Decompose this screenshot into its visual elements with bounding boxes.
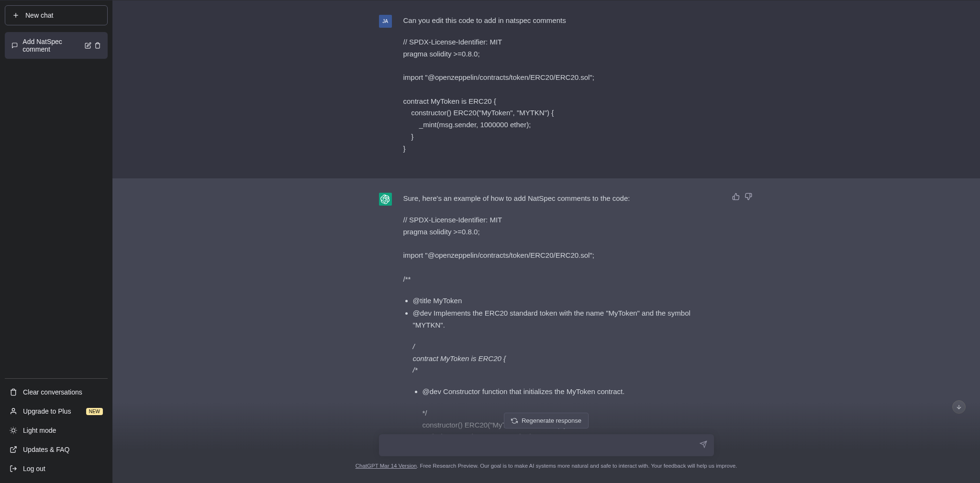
- logout-icon: [10, 465, 17, 472]
- faq-button[interactable]: Updates & FAQ: [5, 440, 108, 459]
- assistant-avatar: [379, 193, 392, 206]
- edit-icon[interactable]: [85, 42, 91, 49]
- regenerate-label: Regenerate response: [522, 417, 581, 424]
- assistant-code-head: // SPDX-License-Identifier: MIT pragma s…: [403, 214, 714, 285]
- conversation-title: Add NatSpec comment: [22, 38, 80, 53]
- upgrade-label: Upgrade to Plus: [23, 407, 71, 415]
- svg-line-7: [15, 432, 16, 433]
- faq-label: Updates & FAQ: [23, 446, 69, 453]
- send-icon: [700, 440, 707, 448]
- sidebar-footer: Clear conversations Upgrade to Plus NEW …: [5, 378, 108, 478]
- user-intro-text: Can you edit this code to add in natspec…: [403, 15, 714, 27]
- new-badge: NEW: [86, 408, 103, 415]
- natspec-inner-list: @dev Constructor function that initializ…: [403, 386, 714, 398]
- user-code-block: // SPDX-License-Identifier: MIT pragma s…: [403, 36, 714, 155]
- prompt-box: [379, 434, 714, 456]
- thumbs-down-icon[interactable]: [745, 193, 752, 200]
- list-item: @dev Implements the ERC20 standard token…: [413, 307, 714, 331]
- trash-icon[interactable]: [94, 42, 101, 49]
- clear-conversations-button[interactable]: Clear conversations: [5, 383, 108, 402]
- version-link[interactable]: ChatGPT Mar 14 Version: [356, 463, 417, 469]
- user-message-content: Can you edit this code to add in natspec…: [403, 15, 714, 164]
- new-chat-label: New chat: [25, 11, 53, 19]
- chat-icon: [11, 42, 18, 49]
- natspec-outer-list: @title MyToken @dev Implements the ERC20…: [403, 295, 714, 331]
- clear-conversations-label: Clear conversations: [23, 388, 82, 396]
- sidebar: New chat Add NatSpec comment Clear conve…: [0, 0, 112, 483]
- user-icon: [10, 407, 17, 415]
- light-mode-label: Light mode: [23, 427, 56, 434]
- user-avatar: JA: [379, 15, 392, 28]
- disclaimer-text: . Free Research Preview. Our goal is to …: [417, 463, 737, 469]
- openai-icon: [380, 195, 390, 204]
- regenerate-button[interactable]: Regenerate response: [504, 413, 589, 428]
- svg-point-3: [12, 429, 15, 432]
- svg-point-2: [12, 408, 14, 411]
- thumbs-up-icon[interactable]: [732, 193, 740, 200]
- sun-icon: [10, 427, 17, 434]
- logout-label: Log out: [23, 465, 45, 472]
- logout-button[interactable]: Log out: [5, 459, 108, 478]
- prompt-input[interactable]: [388, 441, 690, 449]
- send-button[interactable]: [700, 440, 707, 450]
- user-message-row: JA Can you edit this code to add in nats…: [112, 0, 980, 178]
- assistant-code-mid: / contract MyToken is ERC20 { /*: [403, 341, 714, 376]
- input-area: Regenerate response ChatGPT Mar 14 Versi…: [112, 403, 980, 483]
- trash-icon: [10, 388, 17, 396]
- light-mode-button[interactable]: Light mode: [5, 421, 108, 440]
- plus-icon: [12, 11, 20, 19]
- conversation-item[interactable]: Add NatSpec comment: [5, 32, 108, 59]
- svg-line-12: [13, 447, 16, 450]
- assistant-intro-text: Sure, here's an example of how to add Na…: [403, 193, 714, 205]
- list-item: @title MyToken: [413, 295, 714, 307]
- list-item: @dev Constructor function that initializ…: [423, 386, 714, 398]
- new-chat-button[interactable]: New chat: [5, 5, 108, 25]
- footer-disclaimer: ChatGPT Mar 14 Version. Free Research Pr…: [356, 463, 737, 469]
- svg-line-10: [11, 432, 11, 433]
- upgrade-button[interactable]: Upgrade to Plus NEW: [5, 402, 108, 421]
- external-link-icon: [10, 446, 17, 453]
- feedback-buttons: [732, 193, 752, 200]
- svg-line-6: [11, 428, 11, 428]
- svg-line-11: [15, 428, 16, 428]
- main-content: JA Can you edit this code to add in nats…: [112, 0, 980, 483]
- refresh-icon: [511, 417, 518, 424]
